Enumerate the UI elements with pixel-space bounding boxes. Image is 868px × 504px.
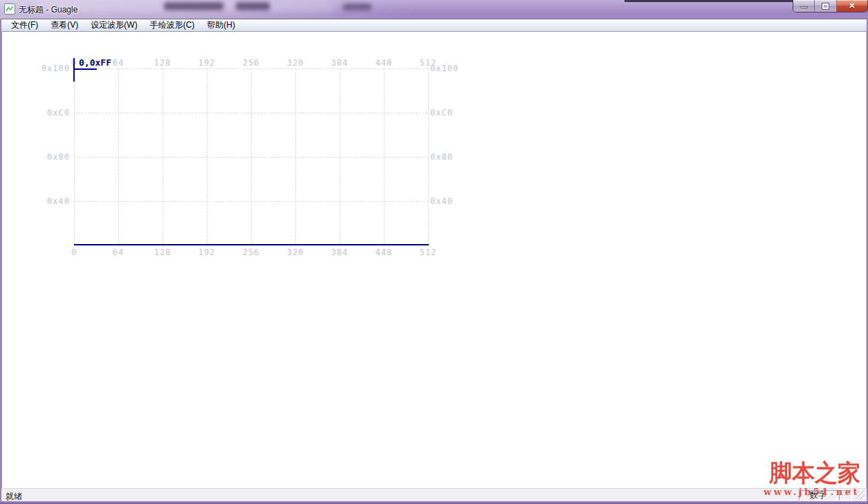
- title-bar[interactable]: 无标题 - Guagle ✕: [0, 0, 868, 19]
- close-button[interactable]: ✕: [837, 0, 867, 12]
- menu-set-waveform[interactable]: 设定波形(W): [84, 19, 143, 31]
- restore-button[interactable]: [815, 0, 836, 12]
- app-waveform-icon[interactable]: [4, 3, 15, 15]
- window-border-left: [0, 19, 1, 501]
- status-bar: 就绪 数字: [1, 488, 867, 501]
- status-pane-num: 数字: [799, 490, 837, 501]
- waveform-glyph: [6, 5, 14, 13]
- menu-draw-waveform[interactable]: 手绘波形(C): [144, 19, 201, 31]
- resize-grip[interactable]: [856, 491, 865, 500]
- blurred-overlay-text-3: [343, 3, 371, 10]
- menu-file[interactable]: 文件(F): [5, 19, 44, 31]
- window-border-bottom: [0, 501, 868, 504]
- minimize-icon: [800, 6, 808, 8]
- close-icon: ✕: [849, 2, 855, 10]
- top-edge-shadow: [625, 0, 794, 2]
- waveform-draw-surface[interactable]: [74, 59, 429, 256]
- blurred-overlay-text-2: [236, 2, 270, 10]
- menu-bar: 文件(F) 查看(V) 设定波形(W) 手绘波形(C) 帮助(H): [1, 19, 867, 32]
- restore-icon: [822, 3, 829, 9]
- blurred-overlay-text-1: [164, 2, 223, 10]
- minimize-button[interactable]: [793, 0, 815, 12]
- menu-view[interactable]: 查看(V): [44, 19, 84, 31]
- menu-help[interactable]: 帮助(H): [201, 19, 241, 31]
- status-pane-empty: [839, 490, 852, 501]
- window-title: 无标题 - Guagle: [19, 4, 77, 16]
- window-caption-buttons: ✕: [793, 0, 868, 12]
